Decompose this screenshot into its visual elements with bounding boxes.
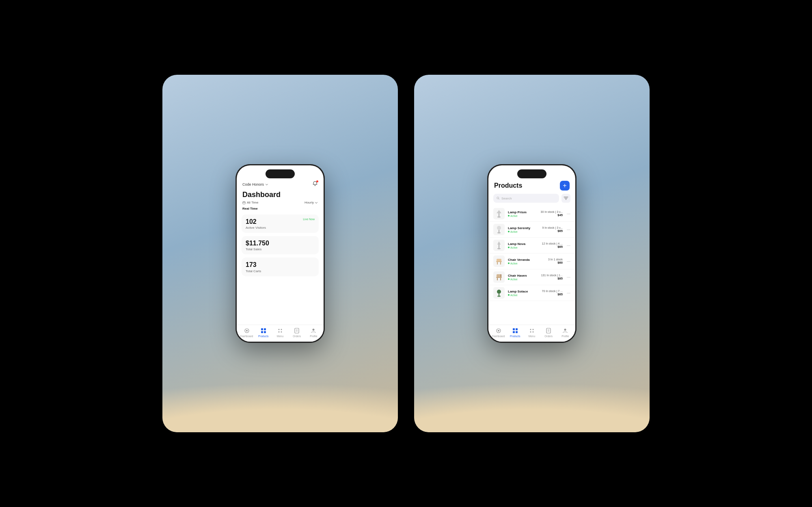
profile-nav-icon <box>310 327 317 334</box>
lamp-solace-icon <box>495 288 503 297</box>
svg-point-36 <box>498 330 499 332</box>
svg-point-16 <box>497 217 501 218</box>
nav2-label-profile: Profile <box>561 335 569 338</box>
product-row[interactable]: Lamp Prism Active 30 In stock | 3 v... $… <box>488 206 575 222</box>
nav2-item-profile[interactable]: Profile <box>558 327 572 338</box>
metric-card-visitors: Live Now 102 Active Visitors <box>242 214 319 233</box>
nav2-item-products[interactable]: Products <box>508 327 523 338</box>
product-info-0: Lamp Prism Active <box>508 210 538 217</box>
metric-value-sales: $11.750 <box>246 239 315 247</box>
nav2-label-menu: Menu <box>529 335 535 338</box>
notification-dot <box>316 180 318 182</box>
svg-rect-39 <box>513 331 515 333</box>
period-filter[interactable]: Hourly <box>304 201 318 204</box>
status-label-2: Active <box>510 246 518 249</box>
svg-rect-40 <box>516 331 518 333</box>
products-title: Products <box>494 182 522 189</box>
more-button-4[interactable]: ··· <box>567 275 570 280</box>
product-row[interactable]: Lamp Nova Active 12 In stock | 4 ... $65… <box>488 238 575 254</box>
nav-item-profile[interactable]: Profile <box>306 327 321 338</box>
product-thumb-2 <box>493 240 505 251</box>
status-label-4: Active <box>510 278 518 281</box>
svg-rect-0 <box>243 202 245 204</box>
nav-item-products[interactable]: Products <box>256 327 271 338</box>
svg-point-2 <box>246 330 248 332</box>
status-dot-3 <box>508 262 510 264</box>
product-row[interactable]: Lamp Solace Active 70 In stock | 7 ... $… <box>488 285 575 301</box>
product-status-2: Active <box>508 246 539 249</box>
product-name-0: Lamp Prism <box>508 210 538 214</box>
product-row[interactable]: Chair Veranda Active 3 In 1 stock $60 ··… <box>488 254 575 269</box>
phone-screen-2: Products + Search <box>488 165 575 342</box>
svg-rect-24 <box>497 262 498 264</box>
nav2-item-dashboard[interactable]: Dashboard <box>491 327 506 338</box>
more-button-0[interactable]: ··· <box>567 212 570 216</box>
product-name-2: Lamp Nova <box>508 242 539 246</box>
status-label-5: Active <box>510 294 518 297</box>
metric-card-carts: 173 Total Carts <box>242 258 319 276</box>
product-price-1: $65 <box>542 229 563 233</box>
more-button-1[interactable]: ··· <box>567 228 570 232</box>
products-header: Products + <box>488 178 575 194</box>
product-price-0: $45 <box>541 213 563 217</box>
time-filter[interactable]: All Time <box>242 201 258 204</box>
product-row[interactable]: Chair Haven Active 131 In stock | 1... $… <box>488 269 575 285</box>
more-button-3[interactable]: ··· <box>567 259 570 264</box>
nav-label-orders: Orders <box>293 335 301 338</box>
svg-point-43 <box>530 332 531 333</box>
svg-rect-4 <box>264 328 266 330</box>
metric-label-carts: Total Carts <box>246 269 315 273</box>
product-info-4: Chair Haven Active <box>508 274 538 281</box>
dynamic-island-2 <box>517 169 546 178</box>
nav-item-menu[interactable]: Menu <box>273 327 287 338</box>
svg-marker-20 <box>497 241 501 245</box>
dash-header: Code Honors <box>237 178 324 190</box>
product-price-4: $85 <box>541 277 563 280</box>
nav2-label-orders: Orders <box>544 335 553 338</box>
product-right-5: 70 In stock | 7 ... $65 <box>542 290 563 296</box>
nav-item-dashboard[interactable]: Dashboard <box>240 327 254 338</box>
svg-marker-14 <box>497 210 501 213</box>
svg-rect-21 <box>499 245 499 248</box>
add-product-button[interactable]: + <box>560 181 570 191</box>
product-status-1: Active <box>508 230 539 233</box>
calendar-icon <box>242 201 246 204</box>
product-status-0: Active <box>508 214 538 217</box>
nav-item-orders[interactable]: Orders <box>289 327 304 338</box>
nav-label-menu: Menu <box>277 335 283 338</box>
filter-button[interactable] <box>561 194 570 203</box>
more-button-2[interactable]: ··· <box>567 243 570 248</box>
product-row[interactable]: Lamp Serenity Active 9 In stock | 3 v...… <box>488 222 575 238</box>
product-info-2: Lamp Nova Active <box>508 242 539 249</box>
status-dot-2 <box>508 247 510 248</box>
metric-value-carts: 173 <box>246 261 315 269</box>
product-info-3: Chair Veranda Active <box>508 258 545 265</box>
svg-rect-3 <box>261 328 263 330</box>
product-right-2: 12 In stock | 4 ... $65 <box>542 242 563 249</box>
svg-rect-29 <box>500 278 501 280</box>
svg-rect-45 <box>546 328 551 333</box>
phone-card-dashboard: Code Honors Dashboard <box>162 75 398 432</box>
phone-frame-1: Code Honors Dashboard <box>235 164 325 343</box>
dash-filters: All Time Hourly <box>237 201 324 207</box>
dashboard-title: Dashboard <box>237 190 324 201</box>
add-icon: + <box>563 182 566 189</box>
search-bar[interactable]: Search <box>493 194 559 203</box>
svg-rect-31 <box>501 274 501 277</box>
svg-rect-5 <box>261 331 263 333</box>
real-time-label: Real Time <box>237 207 324 213</box>
live-badge: Live Now <box>303 218 315 221</box>
orders-nav-icon <box>294 327 300 334</box>
product-name-4: Chair Haven <box>508 274 538 277</box>
svg-rect-26 <box>496 261 502 262</box>
svg-point-42 <box>532 329 533 330</box>
nav-label-profile: Profile <box>310 335 317 338</box>
nav2-menu-icon <box>529 327 535 334</box>
nav2-item-orders[interactable]: Orders <box>541 327 556 338</box>
nav2-item-menu[interactable]: Menu <box>525 327 539 338</box>
svg-point-19 <box>497 232 501 234</box>
nav2-products-icon <box>512 327 518 334</box>
more-button-5[interactable]: ··· <box>567 291 570 295</box>
svg-point-13 <box>497 197 499 199</box>
bottom-nav-1: Dashboard Products <box>237 325 324 342</box>
